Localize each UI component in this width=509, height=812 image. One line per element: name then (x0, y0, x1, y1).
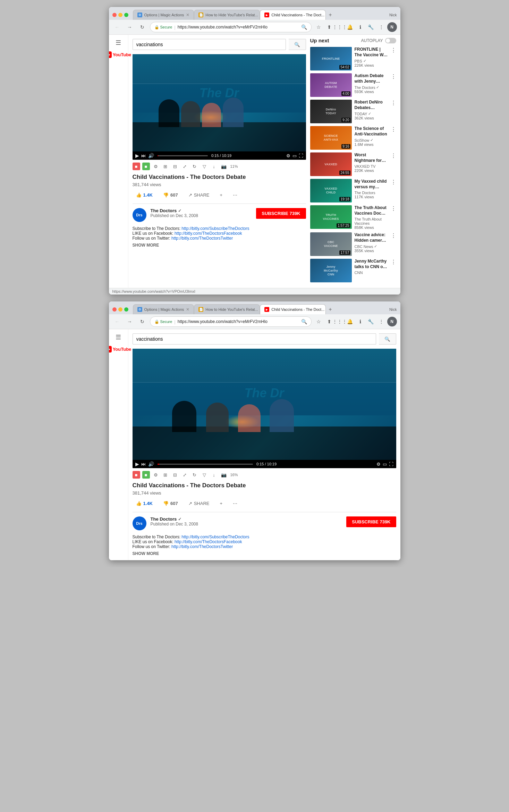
settings-icon-2[interactable]: ⚙ (376, 462, 381, 467)
vt-grid2-2[interactable]: ⊟ (171, 471, 179, 479)
more-button-2[interactable]: ⋮ (377, 317, 386, 326)
address-bar-2[interactable]: 🔒 Secure | https://www.youtube.com/watch… (150, 316, 312, 327)
apps-button[interactable]: ⋮⋮⋮ (335, 23, 344, 32)
add-to-button[interactable]: + (216, 191, 226, 199)
vt-grid2[interactable]: ⊟ (171, 163, 179, 170)
rec-menu-7[interactable]: ⋮ (391, 232, 396, 256)
tab2-hide-related[interactable]: 📄 How to Hide YouTube's Relat... ✕ (194, 304, 260, 314)
facebook-link-2[interactable]: http://bitly.com/TheDoctorsFacebook (175, 539, 242, 544)
show-more-button-2[interactable]: SHOW MORE (133, 551, 396, 556)
rec-video-3[interactable]: SCIENCE ANTI-VAX 9:16 The Science of Ant… (310, 126, 396, 150)
vt-grid[interactable]: ⊞ (162, 163, 169, 170)
tab2-child-vaccinations[interactable]: ▶ Child Vaccinations - The Doct... ✕ (260, 304, 326, 314)
add-to-button-2[interactable]: + (216, 499, 226, 508)
user-avatar-1[interactable]: N (387, 22, 397, 32)
vt-refresh[interactable]: ↻ (191, 163, 198, 170)
forward-button-2[interactable]: → (125, 317, 135, 326)
tab-magic-actions[interactable]: ⚙ Options | Magic Actions ✕ (133, 10, 194, 20)
search-input-2[interactable] (133, 333, 376, 345)
search-button[interactable]: 🔍 (289, 39, 306, 50)
tab2-close-1[interactable]: ✕ (186, 307, 189, 312)
vt-expand-2[interactable]: ⤢ (181, 471, 189, 479)
settings-icon[interactable]: ⚙ (286, 153, 290, 158)
search-input[interactable] (133, 39, 286, 50)
rec-video-4[interactable]: VAXXED 24:55 Worst Nightmare for Mother … (310, 152, 396, 176)
tab-child-vaccinations[interactable]: ▶ Child Vaccinations - The Doct... ✕ (260, 10, 326, 20)
twitter-link-2[interactable]: http://bitly.com/TheDoctorsTwitter (171, 544, 233, 549)
fullscreen-icon-2[interactable]: ⛶ (389, 462, 393, 467)
search-button-2[interactable]: 🔍 (379, 333, 396, 345)
back-button[interactable]: ← (112, 22, 122, 32)
play-button[interactable]: ▶ (135, 153, 139, 158)
rec-video-2[interactable]: DeNiro TODAY 9:20 Robert DeNiro Debates … (310, 100, 396, 123)
volume-button[interactable]: 🔊 (148, 153, 154, 158)
vt-expand[interactable]: ⤢ (181, 163, 189, 170)
close-button-2[interactable] (112, 307, 117, 312)
tab2-magic-actions[interactable]: ⚙ Options | Magic Actions ✕ (133, 304, 194, 314)
refresh-button-2[interactable]: ↻ (137, 317, 147, 326)
dislike-button-2[interactable]: 👎 607 (160, 499, 181, 508)
fullscreen-icon[interactable]: ⛶ (299, 153, 303, 158)
close-button[interactable] (112, 13, 117, 17)
forward-button[interactable]: → (125, 22, 135, 32)
vt-download[interactable]: ↓ (210, 163, 218, 170)
rec-menu-3[interactable]: ⋮ (391, 126, 396, 150)
more-actions-button-2[interactable]: ⋯ (229, 499, 241, 508)
new-tab-button-2[interactable]: + (326, 305, 334, 314)
next-button-2[interactable]: ⏭ (141, 461, 146, 467)
play-button-2[interactable]: ▶ (135, 461, 139, 467)
next-button[interactable]: ⏭ (141, 153, 146, 158)
subscribe-link-2[interactable]: http://bitly.com/SubscribeTheDoctors (181, 535, 249, 539)
vt-icon-2-1[interactable]: ■ (133, 471, 140, 479)
vt-icon-1[interactable]: ■ (133, 163, 140, 170)
info-button[interactable]: ℹ (356, 23, 365, 32)
share-button-2[interactable]: ↗ SHARE (185, 499, 213, 508)
vt-settings-2[interactable]: ⚙ (152, 471, 160, 479)
refresh-button[interactable]: ↻ (137, 22, 147, 32)
rec-menu-6[interactable]: ⋮ (391, 205, 396, 230)
progress-bar[interactable] (158, 155, 208, 156)
rec-video-5[interactable]: VAXXED CHILD 19:18 My Vaxxed child versu… (310, 179, 396, 202)
extensions-button-2[interactable]: 🔧 (366, 317, 375, 326)
subscribe-button-1[interactable]: SUBSCRIBE 739K (256, 208, 306, 219)
share-button[interactable]: ↗ SHARE (185, 191, 213, 199)
vt-icon-2[interactable]: ■ (142, 163, 150, 170)
notifications-button-2[interactable]: 🔔 (346, 317, 355, 326)
tab-hide-related[interactable]: 📄 How to Hide YouTube's Relat... ✕ (194, 10, 260, 20)
hamburger-menu[interactable]: ☰ (116, 39, 121, 47)
vt-settings[interactable]: ⚙ (152, 163, 160, 170)
rec-video-0[interactable]: FRONTLINE 54:02 FRONTLINE | The Vaccine … (310, 47, 396, 71)
bookmark-star-button-2[interactable]: ☆ (314, 317, 323, 326)
vt-icon-2-2[interactable]: ■ (142, 471, 150, 479)
info-button-2[interactable]: ℹ (356, 317, 365, 326)
bookmark-star-button[interactable]: ☆ (314, 23, 323, 32)
vt-camera[interactable]: 📷 (220, 163, 228, 170)
vt-filter-2[interactable]: ▽ (201, 471, 208, 479)
autoplay-toggle[interactable] (385, 38, 396, 43)
hamburger-menu-2[interactable]: ☰ (116, 333, 121, 341)
vt-download-2[interactable]: ↓ (210, 471, 218, 479)
like-button[interactable]: 👍 1.4K (133, 191, 156, 199)
vt-camera-2[interactable]: 📷 (220, 471, 228, 479)
more-actions-button[interactable]: ⋯ (229, 191, 241, 199)
new-tab-button[interactable]: + (326, 10, 334, 20)
vt-refresh-2[interactable]: ↻ (191, 471, 198, 479)
show-more-button-1[interactable]: SHOW MORE (133, 243, 306, 248)
subscribe-button-2[interactable]: SUBSCRIBE 739K (346, 516, 396, 527)
rec-menu-1[interactable]: ⋮ (391, 73, 396, 97)
volume-button-2[interactable]: 🔊 (148, 461, 154, 467)
extensions-button[interactable]: 🔧 (366, 23, 375, 32)
user-avatar-2[interactable]: N (387, 317, 397, 326)
facebook-link[interactable]: http://bitly.com/TheDoctorsFacebook (175, 231, 242, 236)
theater-mode-icon-2[interactable]: ▭ (383, 462, 387, 467)
rec-video-6[interactable]: TRUTH VACCINES 1:57:25 The Truth About V… (310, 205, 396, 230)
more-button[interactable]: ⋮ (377, 23, 386, 32)
theater-mode-icon[interactable]: ▭ (292, 153, 297, 158)
vt-grid-2[interactable]: ⊞ (162, 471, 169, 479)
dislike-button[interactable]: 👎 607 (160, 191, 181, 199)
rec-menu-4[interactable]: ⋮ (391, 152, 396, 176)
rec-menu-0[interactable]: ⋮ (391, 47, 396, 71)
rec-video-1[interactable]: AUTISM DEBATE 4:00 Autism Debate with Je… (310, 73, 396, 97)
rec-menu-5[interactable]: ⋮ (391, 179, 396, 202)
like-button-2[interactable]: 👍 1.4K (133, 499, 156, 508)
